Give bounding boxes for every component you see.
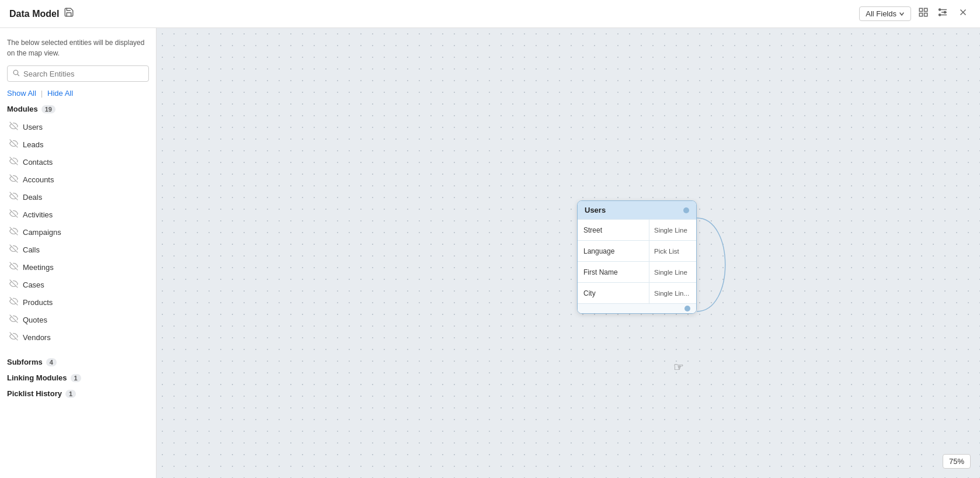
svg-line-13 <box>18 74 19 76</box>
svg-point-9 <box>939 14 941 16</box>
show-all-link[interactable]: Show All <box>7 89 36 98</box>
svg-point-8 <box>944 12 946 13</box>
table-row: First Name Single Line <box>578 261 696 282</box>
header-left: Data Model <box>9 7 74 20</box>
module-label: Activities <box>23 210 53 219</box>
module-item-users[interactable]: Users <box>7 118 149 136</box>
zoom-badge: 75% <box>943 454 971 469</box>
field-type: Single Lin... <box>649 283 696 303</box>
all-fields-button[interactable]: All Fields <box>859 6 911 21</box>
page-title: Data Model <box>9 9 59 19</box>
eye-slash-icon <box>9 332 18 342</box>
linking-modules-section-header: Linking Modules 1 <box>7 373 149 382</box>
modules-count-badge: 19 <box>41 105 55 113</box>
subforms-section-header: Subforms 4 <box>7 358 149 366</box>
users-card[interactable]: Users Street Single Line Language Pick L… <box>577 200 697 314</box>
module-label: Cases <box>23 280 44 289</box>
card-connector-bottom <box>684 306 690 311</box>
sidebar: The below selected entities will be disp… <box>0 28 157 478</box>
svg-rect-2 <box>919 13 922 16</box>
picklist-history-count-badge: 1 <box>65 390 76 398</box>
table-row: City Single Lin... <box>578 282 696 303</box>
cursor-icon: ☞ <box>673 360 684 374</box>
module-item-deals[interactable]: Deals <box>7 188 149 206</box>
module-label: Contacts <box>23 158 53 167</box>
module-label: Vendors <box>23 333 51 342</box>
field-name: Street <box>578 220 649 240</box>
module-label: Products <box>23 298 53 307</box>
module-label: Quotes <box>23 316 47 324</box>
module-label: Accounts <box>23 175 54 184</box>
eye-slash-icon <box>9 122 18 132</box>
module-item-quotes[interactable]: Quotes <box>7 311 149 328</box>
field-type: Pick List <box>649 241 696 261</box>
module-item-vendors[interactable]: Vendors <box>7 328 149 346</box>
card-title: Users <box>585 206 606 214</box>
eye-slash-icon <box>9 139 18 150</box>
main-layout: The below selected entities will be disp… <box>0 28 980 478</box>
module-label: Users <box>23 123 43 131</box>
svg-rect-3 <box>925 13 927 16</box>
header-right: All Fields <box>859 5 971 23</box>
eye-slash-icon <box>9 297 18 307</box>
header: Data Model All Fields <box>0 0 980 28</box>
field-name: City <box>578 283 649 303</box>
layout-icon-button[interactable] <box>916 5 931 23</box>
card-connector-right <box>683 207 689 213</box>
search-input[interactable] <box>23 70 144 78</box>
field-type: Single Line <box>649 262 696 282</box>
settings-icon-button[interactable] <box>936 5 951 23</box>
eye-slash-icon <box>9 174 18 185</box>
card-header: Users <box>578 201 696 219</box>
module-label: Meetings <box>23 263 54 272</box>
module-item-cases[interactable]: Cases <box>7 276 149 293</box>
table-row: Language Pick List <box>578 240 696 261</box>
eye-slash-icon <box>9 244 18 255</box>
eye-slash-icon <box>9 227 18 237</box>
module-label: Leads <box>23 140 43 149</box>
subforms-count-badge: 4 <box>46 358 57 366</box>
svg-rect-0 <box>919 8 922 11</box>
module-item-calls[interactable]: Calls <box>7 241 149 258</box>
module-item-meetings[interactable]: Meetings <box>7 258 149 276</box>
module-list: Users Leads Contacts Accounts <box>7 118 149 346</box>
modules-section-header: Modules 19 <box>7 105 149 113</box>
module-item-contacts[interactable]: Contacts <box>7 153 149 171</box>
eye-slash-icon <box>9 209 18 220</box>
table-row: Street Single Line <box>578 219 696 240</box>
module-item-accounts[interactable]: Accounts <box>7 171 149 188</box>
eye-slash-icon <box>9 279 18 290</box>
eye-slash-icon <box>9 157 18 167</box>
field-name: First Name <box>578 262 649 282</box>
svg-point-12 <box>13 70 18 75</box>
module-item-activities[interactable]: Activities <box>7 206 149 223</box>
eye-slash-icon <box>9 192 18 202</box>
eye-slash-icon <box>9 262 18 272</box>
module-label: Campaigns <box>23 228 61 237</box>
save-icon[interactable] <box>64 7 74 20</box>
card-footer <box>578 303 696 313</box>
hide-all-link[interactable]: Hide All <box>47 89 73 98</box>
close-icon-button[interactable] <box>955 5 971 23</box>
sidebar-description: The below selected entities will be disp… <box>7 37 149 58</box>
linking-modules-count-badge: 1 <box>71 374 81 382</box>
module-label: Deals <box>23 193 42 202</box>
field-type: Single Line <box>649 220 696 240</box>
search-box[interactable] <box>7 65 149 82</box>
svg-rect-1 <box>925 8 927 11</box>
field-name: Language <box>578 241 649 261</box>
module-label: Calls <box>23 245 40 254</box>
picklist-history-section-header: Picklist History 1 <box>7 389 149 398</box>
module-item-campaigns[interactable]: Campaigns <box>7 223 149 241</box>
module-item-leads[interactable]: Leads <box>7 136 149 153</box>
svg-point-7 <box>939 9 941 11</box>
self-relation-arc <box>694 206 741 323</box>
show-hide-row: Show All | Hide All <box>7 89 149 98</box>
search-icon <box>12 69 20 78</box>
eye-slash-icon <box>9 314 18 325</box>
module-item-products[interactable]: Products <box>7 293 149 311</box>
canvas[interactable]: Users Street Single Line Language Pick L… <box>157 28 980 478</box>
